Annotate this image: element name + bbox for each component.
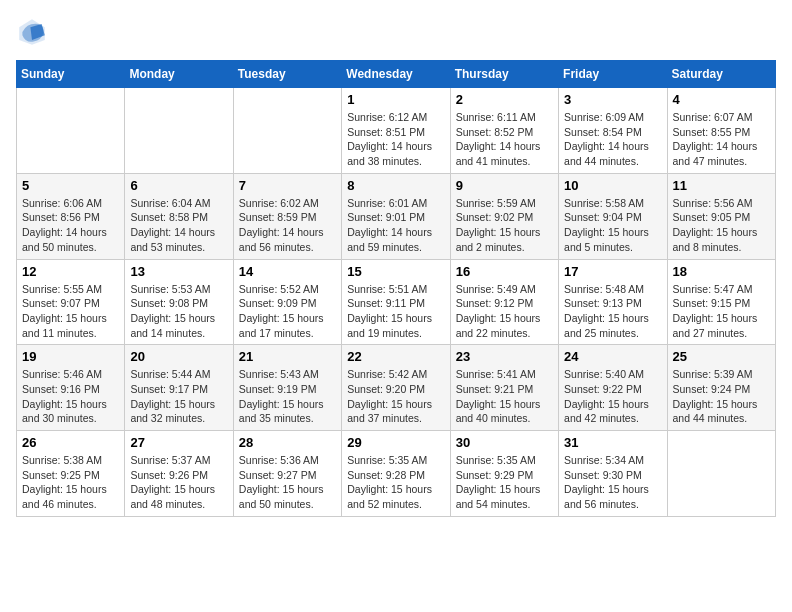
week-row-1: 1Sunrise: 6:12 AM Sunset: 8:51 PM Daylig… bbox=[17, 88, 776, 174]
day-info: Sunrise: 5:44 AM Sunset: 9:17 PM Dayligh… bbox=[130, 367, 227, 426]
day-number: 7 bbox=[239, 178, 336, 193]
day-cell: 28Sunrise: 5:36 AM Sunset: 9:27 PM Dayli… bbox=[233, 431, 341, 517]
day-cell: 24Sunrise: 5:40 AM Sunset: 9:22 PM Dayli… bbox=[559, 345, 667, 431]
day-info: Sunrise: 5:36 AM Sunset: 9:27 PM Dayligh… bbox=[239, 453, 336, 512]
day-number: 4 bbox=[673, 92, 770, 107]
day-info: Sunrise: 6:06 AM Sunset: 8:56 PM Dayligh… bbox=[22, 196, 119, 255]
day-cell: 21Sunrise: 5:43 AM Sunset: 9:19 PM Dayli… bbox=[233, 345, 341, 431]
day-info: Sunrise: 5:38 AM Sunset: 9:25 PM Dayligh… bbox=[22, 453, 119, 512]
day-cell: 4Sunrise: 6:07 AM Sunset: 8:55 PM Daylig… bbox=[667, 88, 775, 174]
day-cell: 10Sunrise: 5:58 AM Sunset: 9:04 PM Dayli… bbox=[559, 173, 667, 259]
day-number: 6 bbox=[130, 178, 227, 193]
day-header-tuesday: Tuesday bbox=[233, 61, 341, 88]
day-info: Sunrise: 6:12 AM Sunset: 8:51 PM Dayligh… bbox=[347, 110, 444, 169]
day-number: 25 bbox=[673, 349, 770, 364]
day-number: 17 bbox=[564, 264, 661, 279]
week-row-5: 26Sunrise: 5:38 AM Sunset: 9:25 PM Dayli… bbox=[17, 431, 776, 517]
day-info: Sunrise: 5:52 AM Sunset: 9:09 PM Dayligh… bbox=[239, 282, 336, 341]
day-number: 16 bbox=[456, 264, 553, 279]
day-number: 24 bbox=[564, 349, 661, 364]
day-info: Sunrise: 5:47 AM Sunset: 9:15 PM Dayligh… bbox=[673, 282, 770, 341]
day-cell: 3Sunrise: 6:09 AM Sunset: 8:54 PM Daylig… bbox=[559, 88, 667, 174]
day-number: 2 bbox=[456, 92, 553, 107]
logo bbox=[16, 16, 52, 48]
day-cell: 31Sunrise: 5:34 AM Sunset: 9:30 PM Dayli… bbox=[559, 431, 667, 517]
day-cell: 27Sunrise: 5:37 AM Sunset: 9:26 PM Dayli… bbox=[125, 431, 233, 517]
page-header bbox=[16, 16, 776, 48]
day-number: 19 bbox=[22, 349, 119, 364]
page-container: SundayMondayTuesdayWednesdayThursdayFrid… bbox=[0, 0, 792, 533]
day-info: Sunrise: 5:42 AM Sunset: 9:20 PM Dayligh… bbox=[347, 367, 444, 426]
day-cell: 16Sunrise: 5:49 AM Sunset: 9:12 PM Dayli… bbox=[450, 259, 558, 345]
day-cell bbox=[233, 88, 341, 174]
day-number: 27 bbox=[130, 435, 227, 450]
day-cell: 18Sunrise: 5:47 AM Sunset: 9:15 PM Dayli… bbox=[667, 259, 775, 345]
day-cell: 19Sunrise: 5:46 AM Sunset: 9:16 PM Dayli… bbox=[17, 345, 125, 431]
day-info: Sunrise: 5:35 AM Sunset: 9:29 PM Dayligh… bbox=[456, 453, 553, 512]
day-cell: 5Sunrise: 6:06 AM Sunset: 8:56 PM Daylig… bbox=[17, 173, 125, 259]
day-info: Sunrise: 5:48 AM Sunset: 9:13 PM Dayligh… bbox=[564, 282, 661, 341]
day-cell: 17Sunrise: 5:48 AM Sunset: 9:13 PM Dayli… bbox=[559, 259, 667, 345]
day-info: Sunrise: 5:59 AM Sunset: 9:02 PM Dayligh… bbox=[456, 196, 553, 255]
day-number: 13 bbox=[130, 264, 227, 279]
day-header-thursday: Thursday bbox=[450, 61, 558, 88]
day-info: Sunrise: 5:56 AM Sunset: 9:05 PM Dayligh… bbox=[673, 196, 770, 255]
day-cell: 15Sunrise: 5:51 AM Sunset: 9:11 PM Dayli… bbox=[342, 259, 450, 345]
day-info: Sunrise: 5:41 AM Sunset: 9:21 PM Dayligh… bbox=[456, 367, 553, 426]
day-cell: 22Sunrise: 5:42 AM Sunset: 9:20 PM Dayli… bbox=[342, 345, 450, 431]
day-info: Sunrise: 5:43 AM Sunset: 9:19 PM Dayligh… bbox=[239, 367, 336, 426]
day-info: Sunrise: 6:01 AM Sunset: 9:01 PM Dayligh… bbox=[347, 196, 444, 255]
day-number: 11 bbox=[673, 178, 770, 193]
day-number: 22 bbox=[347, 349, 444, 364]
day-info: Sunrise: 5:46 AM Sunset: 9:16 PM Dayligh… bbox=[22, 367, 119, 426]
day-info: Sunrise: 6:09 AM Sunset: 8:54 PM Dayligh… bbox=[564, 110, 661, 169]
day-info: Sunrise: 6:07 AM Sunset: 8:55 PM Dayligh… bbox=[673, 110, 770, 169]
day-number: 3 bbox=[564, 92, 661, 107]
day-header-saturday: Saturday bbox=[667, 61, 775, 88]
day-info: Sunrise: 6:11 AM Sunset: 8:52 PM Dayligh… bbox=[456, 110, 553, 169]
day-header-monday: Monday bbox=[125, 61, 233, 88]
day-cell: 13Sunrise: 5:53 AM Sunset: 9:08 PM Dayli… bbox=[125, 259, 233, 345]
day-info: Sunrise: 6:02 AM Sunset: 8:59 PM Dayligh… bbox=[239, 196, 336, 255]
day-number: 20 bbox=[130, 349, 227, 364]
day-info: Sunrise: 5:55 AM Sunset: 9:07 PM Dayligh… bbox=[22, 282, 119, 341]
header-row: SundayMondayTuesdayWednesdayThursdayFrid… bbox=[17, 61, 776, 88]
day-cell: 26Sunrise: 5:38 AM Sunset: 9:25 PM Dayli… bbox=[17, 431, 125, 517]
day-number: 5 bbox=[22, 178, 119, 193]
calendar-table: SundayMondayTuesdayWednesdayThursdayFrid… bbox=[16, 60, 776, 517]
day-cell: 2Sunrise: 6:11 AM Sunset: 8:52 PM Daylig… bbox=[450, 88, 558, 174]
day-cell: 1Sunrise: 6:12 AM Sunset: 8:51 PM Daylig… bbox=[342, 88, 450, 174]
day-number: 10 bbox=[564, 178, 661, 193]
day-info: Sunrise: 6:04 AM Sunset: 8:58 PM Dayligh… bbox=[130, 196, 227, 255]
day-cell bbox=[17, 88, 125, 174]
day-number: 21 bbox=[239, 349, 336, 364]
day-number: 12 bbox=[22, 264, 119, 279]
day-cell: 20Sunrise: 5:44 AM Sunset: 9:17 PM Dayli… bbox=[125, 345, 233, 431]
day-number: 29 bbox=[347, 435, 444, 450]
day-header-friday: Friday bbox=[559, 61, 667, 88]
day-header-sunday: Sunday bbox=[17, 61, 125, 88]
day-number: 30 bbox=[456, 435, 553, 450]
day-number: 31 bbox=[564, 435, 661, 450]
day-cell: 25Sunrise: 5:39 AM Sunset: 9:24 PM Dayli… bbox=[667, 345, 775, 431]
day-number: 14 bbox=[239, 264, 336, 279]
day-cell: 30Sunrise: 5:35 AM Sunset: 9:29 PM Dayli… bbox=[450, 431, 558, 517]
day-info: Sunrise: 5:51 AM Sunset: 9:11 PM Dayligh… bbox=[347, 282, 444, 341]
day-number: 23 bbox=[456, 349, 553, 364]
day-cell: 6Sunrise: 6:04 AM Sunset: 8:58 PM Daylig… bbox=[125, 173, 233, 259]
day-number: 15 bbox=[347, 264, 444, 279]
day-number: 26 bbox=[22, 435, 119, 450]
week-row-3: 12Sunrise: 5:55 AM Sunset: 9:07 PM Dayli… bbox=[17, 259, 776, 345]
day-cell: 7Sunrise: 6:02 AM Sunset: 8:59 PM Daylig… bbox=[233, 173, 341, 259]
day-info: Sunrise: 5:58 AM Sunset: 9:04 PM Dayligh… bbox=[564, 196, 661, 255]
day-number: 8 bbox=[347, 178, 444, 193]
day-number: 18 bbox=[673, 264, 770, 279]
day-info: Sunrise: 5:35 AM Sunset: 9:28 PM Dayligh… bbox=[347, 453, 444, 512]
day-cell bbox=[125, 88, 233, 174]
day-info: Sunrise: 5:40 AM Sunset: 9:22 PM Dayligh… bbox=[564, 367, 661, 426]
day-cell: 9Sunrise: 5:59 AM Sunset: 9:02 PM Daylig… bbox=[450, 173, 558, 259]
day-cell: 8Sunrise: 6:01 AM Sunset: 9:01 PM Daylig… bbox=[342, 173, 450, 259]
day-info: Sunrise: 5:37 AM Sunset: 9:26 PM Dayligh… bbox=[130, 453, 227, 512]
day-cell: 14Sunrise: 5:52 AM Sunset: 9:09 PM Dayli… bbox=[233, 259, 341, 345]
logo-icon bbox=[16, 16, 48, 48]
